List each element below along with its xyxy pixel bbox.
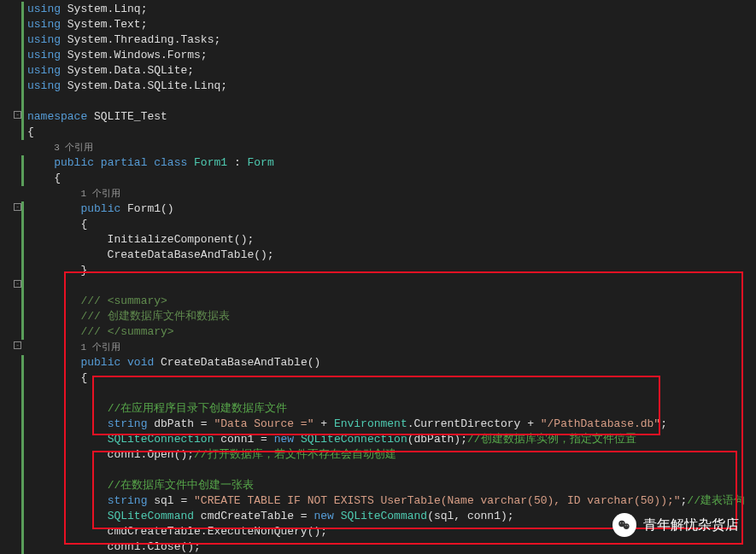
svg-point-5 <box>627 525 628 526</box>
code-line[interactable]: /// 创建数据库文件和数据表 <box>27 309 756 324</box>
code-line[interactable]: //在应用程序目录下创建数据库文件 <box>27 401 756 417</box>
code-line[interactable]: public Form1() <box>27 201 756 217</box>
code-line[interactable]: //在数据库文件中创建一张表 <box>27 478 756 493</box>
codelens-line[interactable]: 3 个引用 <box>27 140 756 155</box>
code-line[interactable]: /// <summary> <box>27 294 756 309</box>
watermark: 青年解忧杂货店 <box>612 513 739 537</box>
code-line[interactable]: CreateDataBaseAndTable(); <box>27 248 756 263</box>
svg-point-2 <box>620 522 621 523</box>
code-line[interactable]: using System.Windows.Forms; <box>27 48 756 63</box>
codelens-line[interactable]: 1 个引用 <box>27 340 756 355</box>
wechat-icon <box>612 513 636 537</box>
fold-icon[interactable]: - <box>14 341 21 349</box>
code-line[interactable]: InitializeComponent(); <box>27 232 756 248</box>
code-line[interactable] <box>27 278 756 294</box>
code-line[interactable] <box>27 463 756 478</box>
code-line[interactable] <box>27 386 756 401</box>
code-line[interactable] <box>27 94 756 109</box>
code-line[interactable]: conn1.Close(); <box>27 539 756 554</box>
code-line[interactable]: using System.Data.SQLite; <box>27 63 756 79</box>
code-line[interactable]: namespace SQLITE_Test <box>27 109 756 125</box>
code-editor[interactable]: - - - - using System.Linq; using System.… <box>0 0 756 554</box>
code-line[interactable]: using System.Threading.Tasks; <box>27 32 756 48</box>
code-line[interactable]: string sql = "CREATE TABLE IF NOT EXISTS… <box>27 493 756 509</box>
code-line[interactable]: using System.Data.SQLite.Linq; <box>27 79 756 94</box>
watermark-text: 青年解忧杂货店 <box>643 516 739 534</box>
code-line[interactable]: public void CreateDataBaseAndTable() <box>27 355 756 370</box>
code-line[interactable]: { <box>27 217 756 232</box>
fold-icon[interactable]: - <box>14 111 21 119</box>
code-line[interactable]: conn1.Open();//打开数据库，若文件不存在会自动创建 <box>27 447 756 463</box>
svg-point-3 <box>623 522 624 523</box>
code-line[interactable]: { <box>27 125 756 140</box>
svg-point-4 <box>625 525 626 526</box>
code-line[interactable]: using System.Linq; <box>27 2 756 17</box>
gutter <box>0 0 14 554</box>
code-line[interactable]: { <box>27 370 756 386</box>
code-line[interactable]: public partial class Form1 : Form <box>27 155 756 171</box>
code-line[interactable]: SQLiteConnection conn1 = new SQLiteConne… <box>27 432 756 447</box>
fold-icon[interactable]: - <box>14 203 21 211</box>
code-line[interactable]: } <box>27 263 756 278</box>
fold-icon[interactable]: - <box>14 280 21 288</box>
svg-point-1 <box>624 523 630 529</box>
code-line[interactable]: string dbPath = "Data Source =" + Enviro… <box>27 417 756 432</box>
code-line[interactable]: /// </summary> <box>27 324 756 340</box>
code-line[interactable]: { <box>27 171 756 186</box>
code-content[interactable]: using System.Linq; using System.Text; us… <box>0 2 756 554</box>
codelens-line[interactable]: 1 个引用 <box>27 186 756 201</box>
code-line[interactable]: using System.Text; <box>27 17 756 32</box>
